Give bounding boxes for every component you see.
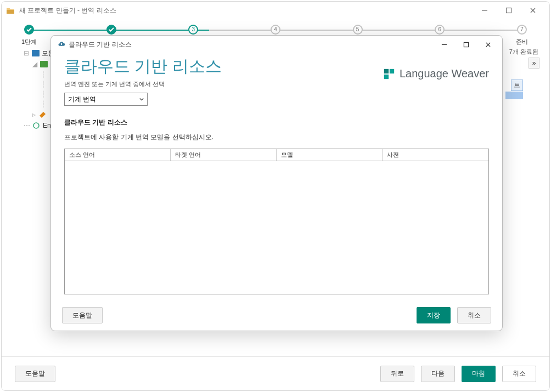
maximize-button[interactable] bbox=[497, 2, 521, 19]
dialog-title: 클라우드 기반 리소스 bbox=[69, 40, 132, 49]
tree-line: ┆ bbox=[41, 100, 46, 108]
tree-line: ┆ bbox=[41, 71, 46, 78]
col-source-language[interactable]: 소스 언어 bbox=[65, 149, 171, 161]
globe-icon bbox=[33, 122, 41, 129]
svg-rect-5 bbox=[384, 69, 389, 73]
dialog-footer: 도움말 저장 취소 bbox=[51, 300, 502, 331]
svg-rect-2 bbox=[40, 61, 48, 67]
dialog-cancel-button[interactable]: 취소 bbox=[457, 307, 491, 323]
selection-fragment bbox=[505, 92, 523, 99]
cloud-resources-dialog: 클라우드 기반 리소스 클라우드 기반 리소스 Language Weaver … bbox=[50, 35, 503, 331]
resource-icon bbox=[40, 61, 48, 67]
tree-toggle-icon[interactable]: ▹ bbox=[32, 111, 36, 118]
brand-logo: Language Weaver bbox=[383, 67, 489, 80]
tree-toggle-icon[interactable]: ⊟ bbox=[24, 49, 30, 57]
svg-rect-6 bbox=[390, 69, 394, 73]
completion-note: 7개 완료됨 bbox=[509, 48, 538, 56]
cloud-icon bbox=[58, 41, 65, 48]
col-target-language[interactable]: 타겟 언어 bbox=[171, 149, 277, 161]
col-dictionary[interactable]: 사전 bbox=[383, 149, 488, 161]
svg-rect-4 bbox=[464, 42, 468, 47]
minimize-button[interactable] bbox=[473, 2, 497, 19]
engine-select[interactable]: 기계 번역 bbox=[64, 93, 148, 106]
dialog-subheading: 번역 엔진 또는 기계 번역 중에서 선택 bbox=[64, 80, 489, 88]
next-button[interactable]: 다음 bbox=[421, 366, 455, 382]
tree-toggle-icon[interactable]: ◢ bbox=[32, 60, 38, 68]
settings-icon bbox=[38, 111, 46, 118]
window-title: 새 프로젝트 만들기 - 번역 리소스 bbox=[19, 6, 116, 15]
svg-rect-7 bbox=[384, 74, 389, 78]
col-model[interactable]: 모델 bbox=[277, 149, 383, 161]
tree-line: ┆ bbox=[41, 90, 46, 98]
wizard-footer: 도움말 뒤로 다음 마침 취소 bbox=[2, 356, 549, 390]
dialog-minimize-button[interactable] bbox=[433, 37, 455, 52]
cancel-button[interactable]: 취소 bbox=[502, 366, 536, 382]
help-button[interactable]: 도움말 bbox=[15, 366, 55, 382]
overflow-button[interactable]: » bbox=[528, 58, 539, 69]
close-button[interactable] bbox=[521, 2, 545, 19]
column-header-fragment: 트 bbox=[511, 79, 523, 91]
engine-select-value: 기계 번역 bbox=[68, 95, 96, 104]
dialog-maximize-button[interactable] bbox=[455, 37, 477, 52]
dialog-help-button[interactable]: 도움말 bbox=[62, 307, 103, 323]
svg-rect-1 bbox=[32, 50, 40, 56]
finish-button[interactable]: 마침 bbox=[462, 366, 496, 382]
folder-icon bbox=[32, 50, 40, 56]
tree-line: ┆ bbox=[41, 81, 46, 88]
tree-line: ⋯ bbox=[24, 122, 31, 129]
step-1[interactable]: 1단계 bbox=[18, 25, 40, 46]
back-button[interactable]: 뒤로 bbox=[380, 366, 414, 382]
save-button[interactable]: 저장 bbox=[417, 307, 451, 323]
table-header: 소스 언어 타겟 언어 모델 사전 bbox=[65, 149, 488, 161]
section-title: 클라우드 기반 리소스 bbox=[64, 118, 489, 127]
svg-rect-0 bbox=[507, 8, 511, 13]
brand-text: Language Weaver bbox=[400, 67, 489, 80]
section-subtitle: 프로젝트에 사용할 기계 번역 모델을 선택하십시오. bbox=[64, 133, 489, 142]
models-table[interactable]: 소스 언어 타겟 언어 모델 사전 bbox=[64, 149, 489, 294]
step-7[interactable]: 7 준비 bbox=[511, 25, 533, 46]
language-weaver-icon bbox=[383, 68, 395, 80]
svg-point-3 bbox=[33, 123, 39, 128]
chevron-down-icon bbox=[139, 97, 144, 101]
main-titlebar: 새 프로젝트 만들기 - 번역 리소스 bbox=[2, 2, 549, 19]
dialog-titlebar: 클라우드 기반 리소스 bbox=[51, 36, 502, 53]
dialog-close-button[interactable] bbox=[477, 37, 499, 52]
app-icon bbox=[6, 6, 15, 15]
dialog-heading: 클라우드 기반 리소스 bbox=[64, 55, 222, 78]
